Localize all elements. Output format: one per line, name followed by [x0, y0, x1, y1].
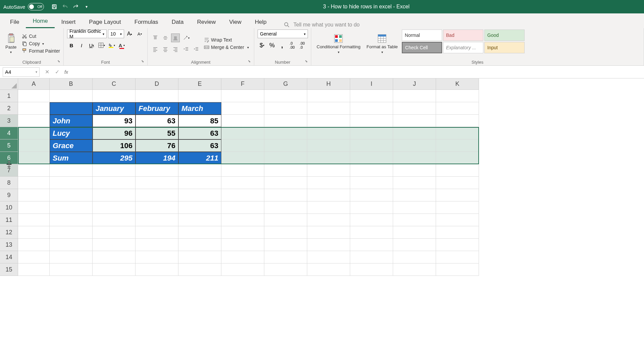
cell-H10[interactable]	[307, 201, 350, 214]
cell-H2[interactable]	[307, 102, 350, 115]
cell-A11[interactable]	[18, 214, 50, 226]
cell-C14[interactable]	[93, 251, 136, 263]
decrease-font-icon[interactable]: A▾	[135, 29, 144, 38]
cell-B6[interactable]: Sum	[50, 152, 93, 164]
cell-I13[interactable]	[350, 239, 393, 251]
cell-A4[interactable]	[18, 127, 50, 139]
tab-file[interactable]: File	[3, 15, 26, 28]
cell-B8[interactable]	[50, 177, 93, 189]
cell-B10[interactable]	[50, 201, 93, 214]
cell-D11[interactable]	[136, 214, 178, 226]
cell-G1[interactable]	[264, 90, 307, 102]
cell-F12[interactable]	[221, 226, 264, 239]
cell-K13[interactable]	[436, 239, 479, 251]
row-header-11[interactable]: 11	[0, 214, 18, 226]
cell-E15[interactable]	[178, 263, 221, 276]
row-header-10[interactable]: 10	[0, 201, 18, 214]
cell-A10[interactable]	[18, 201, 50, 214]
cell-C1[interactable]	[93, 90, 136, 102]
cell-G9[interactable]	[264, 189, 307, 201]
cell-H13[interactable]	[307, 239, 350, 251]
tab-formulas[interactable]: Formulas	[128, 15, 165, 28]
cell-F7[interactable]	[221, 164, 264, 177]
orientation-icon[interactable]: ▾	[182, 34, 191, 42]
name-box[interactable]: A4▾	[3, 67, 40, 77]
paste-button[interactable]: Paste ▾	[3, 29, 18, 58]
align-top-icon[interactable]	[151, 34, 160, 42]
select-all-corner[interactable]	[0, 78, 18, 90]
cell-D6[interactable]: 194	[136, 152, 178, 164]
cell-D12[interactable]	[136, 226, 178, 239]
cell-D2[interactable]: February	[136, 102, 178, 115]
cell-K3[interactable]	[436, 115, 479, 127]
cell-F5[interactable]	[221, 139, 264, 152]
decrease-decimal-icon[interactable]: .00.0	[298, 41, 307, 50]
merge-center-button[interactable]: Merge & Center ▾	[203, 44, 250, 51]
cell-F11[interactable]	[221, 214, 264, 226]
cell-I15[interactable]	[350, 263, 393, 276]
cell-D8[interactable]	[136, 177, 178, 189]
cell-A13[interactable]	[18, 239, 50, 251]
align-right-icon[interactable]	[171, 45, 180, 54]
cell-E3[interactable]: 85	[178, 115, 221, 127]
cell-K2[interactable]	[436, 102, 479, 115]
cell-I1[interactable]	[350, 90, 393, 102]
autosave-toggle[interactable]: Off	[28, 3, 44, 10]
cell-I12[interactable]	[350, 226, 393, 239]
cell-C12[interactable]	[93, 226, 136, 239]
cell-H8[interactable]	[307, 177, 350, 189]
cell-E7[interactable]	[178, 164, 221, 177]
wrap-text-button[interactable]: Wrap Text	[203, 37, 250, 43]
cell-C4[interactable]: 96	[93, 127, 136, 139]
dialog-launcher-icon[interactable]: ⬊	[141, 59, 146, 64]
cell-H11[interactable]	[307, 214, 350, 226]
cell-B1[interactable]	[50, 90, 93, 102]
row-header-8[interactable]: 8	[0, 177, 18, 189]
cell-A9[interactable]	[18, 189, 50, 201]
cell-J10[interactable]	[393, 201, 436, 214]
cell-G11[interactable]	[264, 214, 307, 226]
cell-J2[interactable]	[393, 102, 436, 115]
cell-G15[interactable]	[264, 263, 307, 276]
cell-H6[interactable]	[307, 152, 350, 164]
column-header-F[interactable]: F	[221, 78, 264, 90]
cell-C10[interactable]	[93, 201, 136, 214]
cell-K8[interactable]	[436, 177, 479, 189]
cell-B11[interactable]	[50, 214, 93, 226]
fx-icon[interactable]: fx	[64, 69, 68, 75]
cell-H7[interactable]	[307, 164, 350, 177]
cancel-formula-icon[interactable]: ✕	[43, 68, 51, 76]
cell-D3[interactable]: 63	[136, 115, 178, 127]
cell-K12[interactable]	[436, 226, 479, 239]
tab-home[interactable]: Home	[26, 14, 54, 28]
cell-G12[interactable]	[264, 226, 307, 239]
cell-D13[interactable]	[136, 239, 178, 251]
row-header-15[interactable]: 15	[0, 263, 18, 276]
row-header-14[interactable]: 14	[0, 251, 18, 263]
cell-D7[interactable]	[136, 164, 178, 177]
cell-E12[interactable]	[178, 226, 221, 239]
cell-A1[interactable]	[18, 90, 50, 102]
column-header-A[interactable]: A	[18, 78, 50, 90]
column-header-G[interactable]: G	[264, 78, 307, 90]
cell-F10[interactable]	[221, 201, 264, 214]
tab-data[interactable]: Data	[165, 15, 191, 28]
underline-button[interactable]: U▾	[87, 41, 96, 50]
row-header-2[interactable]: 2	[0, 102, 18, 115]
format-painter-button[interactable]: Format Painter	[20, 48, 61, 54]
column-header-K[interactable]: K	[436, 78, 479, 90]
cell-C15[interactable]	[93, 263, 136, 276]
cell-A5[interactable]	[18, 139, 50, 152]
column-header-B[interactable]: B	[50, 78, 93, 90]
style-explanatory[interactable]: Explanatory ...	[443, 42, 483, 53]
cell-E9[interactable]	[178, 189, 221, 201]
increase-font-icon[interactable]: A▴	[125, 29, 134, 38]
row-header-3[interactable]: 3	[0, 115, 18, 127]
italic-button[interactable]: I	[77, 41, 86, 50]
cell-F8[interactable]	[221, 177, 264, 189]
align-left-icon[interactable]	[151, 45, 160, 54]
accounting-format-icon[interactable]: $▾	[258, 41, 266, 50]
tab-view[interactable]: View	[222, 15, 248, 28]
cell-D1[interactable]	[136, 90, 178, 102]
cell-C6[interactable]: 295	[93, 152, 136, 164]
